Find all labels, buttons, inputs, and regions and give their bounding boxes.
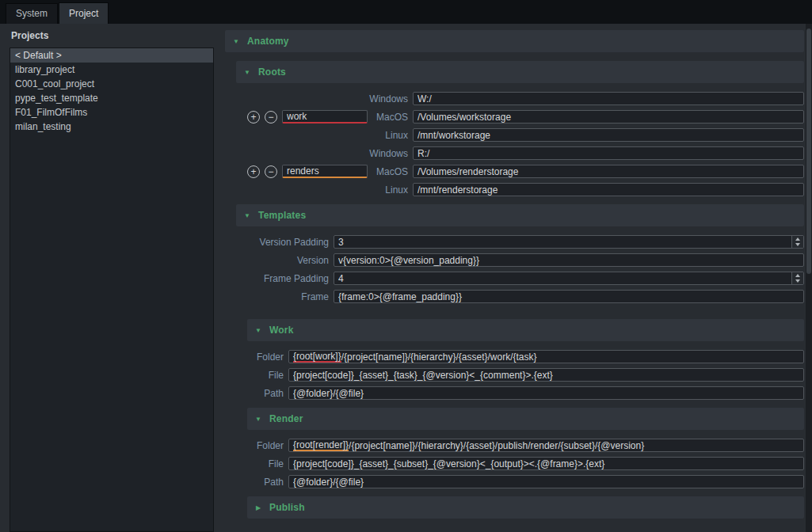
remove-root-button[interactable]: − (265, 111, 277, 124)
tab-project[interactable]: Project (59, 2, 109, 24)
work-section-title: Work (269, 325, 294, 336)
anatomy-section-body: ▼ Roots Windows (225, 52, 804, 525)
triangle-down-icon (795, 243, 800, 246)
publish-section: ▶ Publish (247, 496, 804, 519)
content-area: Projects < Default > library_project C00… (0, 24, 812, 532)
top-tabbar: System Project (0, 0, 812, 24)
root-renders-windows-input[interactable] (413, 146, 804, 160)
chevron-right-icon: ▶ (254, 504, 262, 511)
settings-panel: ▼ Anatomy ▼ Roots (219, 24, 812, 532)
root-work-windows-input[interactable] (413, 92, 804, 105)
version-label: Version (297, 255, 329, 266)
roots-section-title: Roots (258, 66, 286, 78)
root-renders-macos-input[interactable] (413, 165, 804, 178)
root-work-linux-input[interactable] (413, 128, 804, 142)
render-section-header[interactable]: ▼ Render (247, 408, 804, 430)
templates-section-body: Version Padding (236, 226, 804, 522)
chevron-down-icon: ▼ (254, 327, 262, 334)
add-root-button[interactable]: + (247, 111, 260, 124)
work-section-header[interactable]: ▼ Work (247, 319, 804, 341)
roots-section-header[interactable]: ▼ Roots (236, 61, 804, 83)
remove-root-button[interactable]: − (265, 165, 277, 178)
render-file-label: File (269, 458, 284, 469)
project-list-item[interactable]: library_project (10, 63, 213, 77)
projects-sidebar: Projects < Default > library_project C00… (0, 24, 219, 532)
projects-title: Projects (10, 30, 214, 42)
render-section: ▼ Render Folder {root[render]}/{project[… (247, 408, 804, 496)
work-folder-rest: /{project[name]}/{hierarchy}/{asset}/wor… (341, 351, 537, 363)
project-list-item[interactable]: pype_test_template (10, 91, 213, 105)
root-entry-work: Windows + − (236, 92, 804, 142)
frame-padding-label: Frame Padding (264, 273, 329, 284)
settings-window: System Project Projects < Default > libr… (0, 0, 812, 532)
root-name-input-work[interactable] (282, 110, 368, 124)
chevron-down-icon: ▼ (232, 38, 240, 45)
anatomy-section-title: Anatomy (247, 36, 289, 47)
add-root-button[interactable]: + (247, 165, 260, 178)
root-entry-renders: Windows + − (236, 146, 804, 196)
work-path-input[interactable] (288, 386, 804, 400)
spin-down-button[interactable] (792, 279, 803, 285)
frame-label: Frame (301, 291, 329, 302)
version-padding-input[interactable] (334, 235, 804, 249)
project-list-item[interactable]: C001_cool_project (10, 77, 213, 91)
work-file-input[interactable] (288, 368, 804, 382)
anatomy-section: ▼ Anatomy ▼ Roots (225, 30, 804, 525)
os-label-linux: Linux (385, 184, 408, 196)
render-path-label: Path (264, 477, 284, 488)
render-folder-label: Folder (257, 440, 284, 451)
triangle-up-icon (795, 238, 800, 241)
chevron-down-icon: ▼ (243, 69, 251, 76)
render-folder-rest: /{project[name]}/{hierarchy}/{asset}/pub… (349, 439, 644, 451)
root-work-macos-input[interactable] (413, 110, 804, 124)
render-file-input[interactable] (288, 457, 804, 470)
templates-section: ▼ Templates Version Padding (236, 204, 804, 522)
work-root-token: {root[work]} (293, 351, 341, 363)
project-list-item[interactable]: milan_testing (10, 120, 213, 134)
triangle-up-icon (795, 274, 800, 277)
anatomy-section-header[interactable]: ▼ Anatomy (225, 30, 804, 52)
chevron-down-icon: ▼ (254, 416, 262, 423)
render-root-token: {root[render]} (293, 439, 349, 451)
scrollbar-thumb[interactable] (806, 28, 811, 274)
work-folder-label: Folder (257, 352, 284, 363)
templates-section-header[interactable]: ▼ Templates (236, 204, 804, 226)
frame-padding-spinner (791, 272, 803, 284)
os-label-windows: Windows (369, 148, 408, 159)
vertical-scrollbar[interactable] (806, 24, 812, 532)
work-folder-input[interactable]: {root[work]}/{project[name]}/{hierarchy}… (288, 350, 804, 363)
version-padding-label: Version Padding (260, 237, 329, 248)
work-section: ▼ Work Folder {root[work]}/{project[name… (247, 319, 804, 408)
chevron-down-icon: ▼ (243, 212, 251, 219)
render-folder-input[interactable]: {root[render]}/{project[name]}/{hierarch… (288, 439, 804, 452)
triangle-down-icon (795, 279, 800, 283)
project-list-item-default[interactable]: < Default > (10, 48, 213, 63)
os-label-macos: MacOS (376, 166, 408, 177)
work-path-label: Path (264, 388, 284, 399)
frame-template-input[interactable] (334, 290, 804, 303)
root-renders-linux-input[interactable] (413, 183, 804, 196)
publish-section-title: Publish (269, 502, 305, 513)
render-path-input[interactable] (288, 475, 804, 488)
publish-section-header[interactable]: ▶ Publish (247, 496, 804, 519)
spin-up-button[interactable] (792, 272, 803, 279)
os-label-windows: Windows (369, 93, 408, 104)
work-file-label: File (269, 370, 284, 381)
root-name-input-renders[interactable] (282, 165, 368, 178)
templates-section-title: Templates (258, 210, 306, 221)
tab-system[interactable]: System (6, 3, 58, 24)
project-list[interactable]: < Default > library_project C001_cool_pr… (10, 48, 214, 532)
spin-down-button[interactable] (792, 242, 803, 249)
frame-padding-input[interactable] (334, 272, 804, 285)
os-label-macos: MacOS (376, 112, 408, 123)
version-template-input[interactable] (334, 253, 804, 267)
os-label-linux: Linux (385, 130, 408, 141)
version-padding-spinner (791, 236, 803, 248)
render-section-title: Render (269, 413, 303, 424)
roots-section: ▼ Roots Windows (236, 61, 804, 204)
spin-up-button[interactable] (792, 236, 803, 242)
project-list-item[interactable]: F01_FilmOfFilms (10, 105, 213, 120)
roots-section-body: Windows + − (236, 83, 804, 204)
